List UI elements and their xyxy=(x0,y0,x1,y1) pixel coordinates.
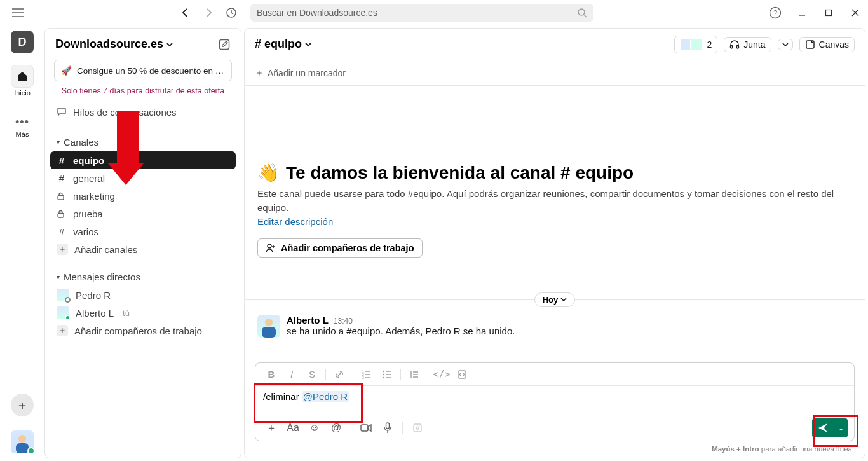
dm-item-pedro[interactable]: Pedro R xyxy=(50,286,236,304)
dm-heading[interactable]: ▾ Mensajes directos xyxy=(50,267,236,286)
format-toolbar: B I S 123 </> xyxy=(255,363,854,386)
members-count: 2 xyxy=(707,39,712,50)
hash-icon: # xyxy=(57,155,67,166)
create-button[interactable]: ＋ xyxy=(11,394,34,416)
channel-title-label: # equipo xyxy=(255,38,302,51)
message-avatar[interactable] xyxy=(257,315,280,338)
huddle-dropdown[interactable] xyxy=(778,39,793,50)
message-row: Alberto L 13:40 se ha unido a #equipo. A… xyxy=(245,311,865,345)
threads-icon xyxy=(57,107,67,117)
lock-icon xyxy=(57,210,67,218)
svg-rect-6 xyxy=(16,443,29,453)
strike-button[interactable]: S xyxy=(302,366,322,383)
canvas-button[interactable]: Canvas xyxy=(799,37,855,52)
date-divider: Hoy xyxy=(245,288,865,311)
edit-description-link[interactable]: Editar descripción xyxy=(257,216,333,227)
channel-item-general[interactable]: # general xyxy=(50,169,236,187)
wave-emoji-icon: 👋 xyxy=(257,162,280,183)
dm-item-alberto[interactable]: Alberto L tú xyxy=(50,304,236,322)
self-avatar[interactable] xyxy=(11,430,34,453)
history-nav xyxy=(178,5,239,20)
history-button[interactable] xyxy=(224,5,239,20)
svg-point-19 xyxy=(383,370,384,371)
bullet-list-button[interactable] xyxy=(377,366,397,383)
members-pill[interactable]: 2 xyxy=(674,36,717,53)
send-options-button[interactable]: ⌄ xyxy=(834,418,848,437)
shortcut-button[interactable] xyxy=(408,419,427,437)
rail-more[interactable]: ••• Más xyxy=(15,108,29,138)
format-toggle-button[interactable]: Aa xyxy=(283,419,302,437)
sidebar: Downloadsource.es 🚀 Consigue un 50 % de … xyxy=(44,28,241,458)
svg-point-5 xyxy=(18,435,26,443)
svg-point-21 xyxy=(383,376,384,378)
add-channels-button[interactable]: ＋ Añadir canales xyxy=(50,240,236,258)
chevron-down-icon xyxy=(166,41,173,48)
caret-down-icon: ▾ xyxy=(57,273,60,280)
hash-icon: # xyxy=(57,226,67,237)
channel-item-equipo[interactable]: # equipo xyxy=(50,151,236,169)
link-button[interactable] xyxy=(330,366,349,383)
promo-subtext: Solo tienes 7 días para disfrutar de est… xyxy=(45,84,241,102)
dm-label: Alberto L xyxy=(76,308,114,319)
attach-button[interactable]: ＋ xyxy=(262,419,281,437)
presence-indicator xyxy=(27,447,35,455)
huddle-label: Junta xyxy=(743,39,765,50)
rail-home[interactable]: Inicio xyxy=(11,65,34,97)
promo-text: Consigue un 50 % de descuento en el p… xyxy=(77,66,225,76)
command-text: /eliminar xyxy=(263,391,302,402)
threads-row[interactable]: Hilos de conversaciones xyxy=(50,103,236,121)
channel-label: prueba xyxy=(73,209,103,219)
compose-button[interactable] xyxy=(218,38,231,51)
channel-item-varios[interactable]: # varios xyxy=(50,223,236,240)
chevron-down-icon xyxy=(782,41,789,48)
code-button[interactable]: </> xyxy=(432,366,451,383)
user-avatar-mini xyxy=(57,306,69,319)
video-button[interactable] xyxy=(356,419,376,437)
window-maximize[interactable] xyxy=(821,5,836,20)
help-button[interactable]: ? xyxy=(768,5,783,20)
mention-button[interactable]: @ xyxy=(327,419,346,437)
add-coworkers-button[interactable]: ＋ Añadir compañeros de trabajo xyxy=(50,322,236,340)
channel-title-button[interactable]: # equipo xyxy=(255,38,312,51)
hamburger-menu-icon[interactable] xyxy=(10,5,25,20)
bookmark-label: Añadir un marcador xyxy=(268,68,346,78)
channels-heading[interactable]: ▾ Canales xyxy=(50,132,236,151)
italic-button[interactable]: I xyxy=(282,366,301,383)
message-text: se ha unido a #equipo. Además, Pedro R s… xyxy=(287,326,515,336)
add-coworkers-channel-button[interactable]: Añadir compañeros de trabajo xyxy=(257,238,423,258)
window-minimize[interactable] xyxy=(794,5,810,20)
bookmark-bar[interactable]: ＋ Añadir un marcador xyxy=(245,60,865,86)
threads-label: Hilos de conversaciones xyxy=(73,107,177,118)
ordered-list-button[interactable]: 123 xyxy=(357,366,376,383)
plus-icon: ＋ xyxy=(57,244,68,255)
svg-point-14 xyxy=(265,319,273,326)
huddle-button[interactable]: Junta xyxy=(724,37,771,52)
welcome-description: Este canal puede usarse para todo #equip… xyxy=(257,187,852,228)
date-chip[interactable]: Hoy xyxy=(534,292,576,307)
message-input[interactable]: /eliminar @Pedro R xyxy=(255,386,854,415)
send-button[interactable] xyxy=(812,418,834,437)
channel-item-prueba[interactable]: prueba xyxy=(50,205,236,223)
quote-button[interactable] xyxy=(405,366,424,383)
hint-shortcut: Mayús + Intro xyxy=(712,445,759,453)
promo-banner[interactable]: 🚀 Consigue un 50 % de descuento en el p… xyxy=(54,60,232,81)
workspace-name-label: Downloadsource.es xyxy=(55,38,163,51)
bold-button[interactable]: B xyxy=(262,366,281,383)
composer-container: B I S 123 </> /eliminar @Pedro R xyxy=(245,362,865,444)
message-author[interactable]: Alberto L xyxy=(287,315,329,326)
codeblock-button[interactable] xyxy=(452,366,471,383)
back-button[interactable] xyxy=(178,5,193,20)
channel-item-marketing[interactable]: marketing xyxy=(50,187,236,205)
window-close[interactable] xyxy=(848,5,863,20)
welcome-heading: 👋 Te damos la bienvenida al canal # equi… xyxy=(257,162,852,183)
audio-button[interactable] xyxy=(378,419,397,437)
composer-hint: Mayús + Intro para añadir una nueva líne… xyxy=(245,444,865,458)
forward-button[interactable] xyxy=(201,5,216,20)
workspace-switcher[interactable]: D xyxy=(11,31,34,53)
search-input[interactable]: Buscar en Downloadsource.es xyxy=(250,4,593,22)
workspace-name-button[interactable]: Downloadsource.es xyxy=(55,38,173,51)
caret-down-icon: ▾ xyxy=(57,139,60,146)
main-panel: # equipo 2 Junta Canvas xyxy=(244,28,865,458)
mention-chip[interactable]: @Pedro R xyxy=(302,391,349,402)
emoji-button[interactable]: ☺ xyxy=(305,419,324,437)
